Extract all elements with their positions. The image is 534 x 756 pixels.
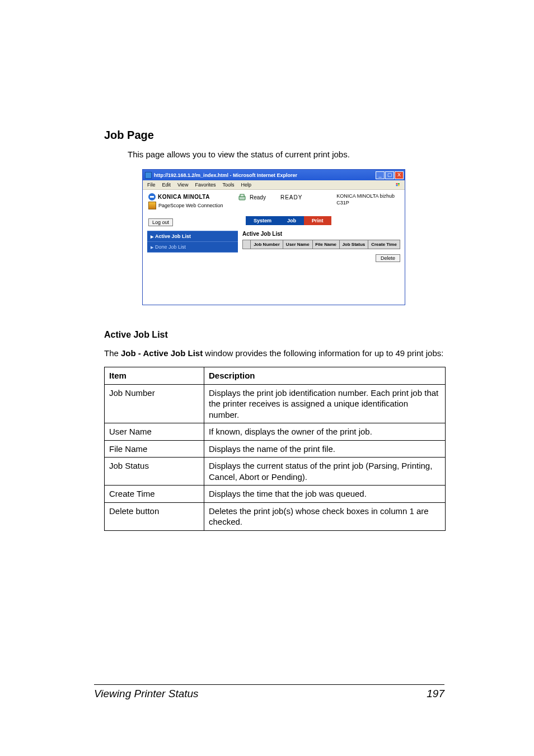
chevron-right-icon: ▶ — [151, 235, 153, 239]
sidebar-item-active-job-list[interactable]: ▶Active Job List — [147, 231, 238, 242]
table-row: Delete buttonDeletes the print job(s) wh… — [105, 502, 446, 530]
table-row: File NameDisplays the name of the print … — [105, 440, 446, 458]
ie-logo-icon — [392, 181, 404, 189]
table-row: Create TimeDisplays the time that the jo… — [105, 486, 446, 503]
logout-button[interactable]: Log out — [148, 218, 173, 226]
page-footer: Viewing Printer Status 197 — [94, 684, 444, 700]
footer-page-number: 197 — [427, 688, 444, 700]
printer-status-icon — [238, 193, 246, 202]
chevron-right-icon: ▶ — [151, 245, 153, 250]
col-job-number: Job Number — [251, 240, 283, 249]
menu-edit[interactable]: Edit — [159, 182, 175, 188]
brand-logo-icon — [148, 193, 156, 200]
footer-title: Viewing Printer Status — [94, 688, 199, 700]
ie-app-icon — [145, 172, 152, 179]
maximize-button[interactable]: ▢ — [385, 171, 394, 179]
close-button[interactable]: X — [395, 171, 404, 179]
ie-window: http://192.168.1.2/m_index.html - Micros… — [142, 169, 405, 305]
ie-menubar: File Edit View Favorites Tools Help — [143, 180, 405, 190]
info-head-item: Item — [105, 367, 204, 385]
model-label: KONICA MINOLTA bizhub C31P — [336, 193, 399, 206]
heading-job-page: Job Page — [104, 129, 444, 142]
job-table: Job Number User Name File Name Job Statu… — [242, 240, 400, 249]
col-checkbox — [243, 240, 251, 249]
tab-print[interactable]: Print — [304, 216, 331, 225]
brand-text: KONICA MINOLTA — [158, 194, 210, 200]
ie-title-text: http://192.168.1.2/m_index.html - Micros… — [154, 172, 297, 178]
sidebar-item-done-job-list[interactable]: ▶Done Job List — [147, 242, 238, 253]
table-row: Job NumberDisplays the print job identif… — [105, 384, 446, 423]
menu-file[interactable]: File — [144, 182, 159, 188]
ready-small-label: Ready — [250, 194, 266, 200]
col-create-time: Create Time — [368, 240, 400, 249]
svg-rect-0 — [396, 183, 398, 184]
heading-active-job-list: Active Job List — [104, 330, 444, 340]
ie-titlebar: http://192.168.1.2/m_index.html - Micros… — [143, 170, 405, 180]
minimize-button[interactable]: _ — [376, 171, 385, 179]
delete-button[interactable]: Delete — [376, 254, 400, 262]
svg-rect-3 — [398, 185, 400, 186]
pagescope-text: PageScope Web Connection — [158, 203, 223, 208]
col-file-name: File Name — [312, 240, 339, 249]
intro-text: This page allows you to view the status … — [128, 150, 444, 159]
col-user-name: User Name — [283, 240, 313, 249]
col-job-status: Job Status — [339, 240, 368, 249]
table-row: Job StatusDisplays the current status of… — [105, 458, 446, 486]
table-row: User NameIf known, displays the owner of… — [105, 423, 446, 441]
tab-system[interactable]: System — [246, 216, 279, 225]
menu-view[interactable]: View — [174, 182, 191, 188]
menu-favorites[interactable]: Favorites — [191, 182, 219, 188]
tab-job[interactable]: Job — [279, 216, 304, 225]
menu-help[interactable]: Help — [237, 182, 255, 188]
sidebar: ▶Active Job List ▶Done Job List — [147, 231, 238, 262]
pagescope-icon — [148, 202, 156, 209]
menu-tools[interactable]: Tools — [219, 182, 237, 188]
svg-rect-5 — [240, 194, 244, 197]
ready-big-label: READY — [280, 194, 302, 200]
screenshot-container: http://192.168.1.2/m_index.html - Micros… — [142, 169, 405, 305]
info-table: Item Description Job NumberDisplays the … — [104, 367, 446, 531]
active-job-list-desc: The Job - Active Job List window provide… — [104, 348, 444, 359]
svg-rect-1 — [398, 183, 400, 184]
svg-rect-2 — [396, 185, 398, 186]
info-head-description: Description — [204, 367, 446, 385]
